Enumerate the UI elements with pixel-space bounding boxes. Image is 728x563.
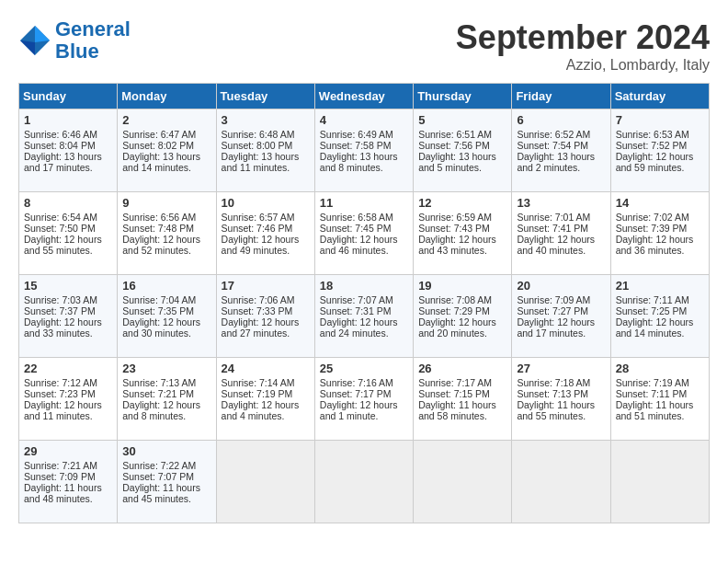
- day-number: 15: [24, 279, 112, 293]
- sunset-text: Sunset: 7:17 PM: [320, 388, 392, 399]
- col-saturday: Saturday: [610, 84, 709, 109]
- page-header: General Blue September 2024 Azzio, Lomba…: [18, 18, 710, 74]
- daylight-text: Daylight: 12 hours and 24 minutes.: [320, 316, 398, 339]
- calendar-cell: 18Sunrise: 7:07 AMSunset: 7:31 PMDayligh…: [314, 275, 413, 358]
- daylight-text: Daylight: 12 hours and 30 minutes.: [122, 316, 200, 339]
- calendar-cell: 28Sunrise: 7:19 AMSunset: 7:11 PMDayligh…: [610, 358, 709, 441]
- day-number: 1: [24, 113, 112, 127]
- calendar-week-row: 29Sunrise: 7:21 AMSunset: 7:09 PMDayligh…: [19, 441, 710, 523]
- sunset-text: Sunset: 7:07 PM: [122, 471, 194, 482]
- day-number: 22: [24, 362, 112, 375]
- location-subtitle: Azzio, Lombardy, Italy: [456, 57, 710, 74]
- day-number: 18: [320, 279, 408, 293]
- daylight-text: Daylight: 11 hours and 58 minutes.: [418, 399, 496, 421]
- calendar-cell: 9Sunrise: 6:56 AMSunset: 7:48 PMDaylight…: [118, 192, 216, 275]
- calendar-cell: 30Sunrise: 7:22 AMSunset: 7:07 PMDayligh…: [118, 441, 216, 523]
- day-number: 17: [222, 279, 310, 293]
- calendar-cell: 22Sunrise: 7:12 AMSunset: 7:23 PMDayligh…: [19, 358, 118, 441]
- day-number: 26: [418, 362, 506, 375]
- calendar-cell: 7Sunrise: 6:53 AMSunset: 7:52 PMDaylight…: [610, 109, 709, 192]
- sunrise-text: Sunrise: 7:13 AM: [122, 377, 196, 388]
- calendar-cell: 16Sunrise: 7:04 AMSunset: 7:35 PMDayligh…: [118, 275, 216, 358]
- sunset-text: Sunset: 7:48 PM: [122, 223, 194, 234]
- sunrise-text: Sunrise: 6:46 AM: [24, 129, 97, 140]
- day-number: 28: [616, 362, 704, 375]
- calendar-cell: 4Sunrise: 6:49 AMSunset: 7:58 PMDaylight…: [314, 109, 413, 192]
- calendar-cell: 19Sunrise: 7:08 AMSunset: 7:29 PMDayligh…: [414, 275, 512, 358]
- svg-marker-2: [20, 40, 35, 55]
- calendar-cell: 3Sunrise: 6:48 AMSunset: 8:00 PMDaylight…: [216, 109, 314, 192]
- daylight-text: Daylight: 13 hours and 14 minutes.: [122, 151, 200, 173]
- day-number: 5: [418, 113, 506, 127]
- sunset-text: Sunset: 7:39 PM: [616, 223, 688, 234]
- daylight-text: Daylight: 12 hours and 49 minutes.: [222, 234, 300, 256]
- sunset-text: Sunset: 7:41 PM: [517, 223, 588, 234]
- sunrise-text: Sunrise: 7:22 AM: [122, 460, 196, 471]
- logo-blue: Blue: [55, 40, 99, 63]
- daylight-text: Daylight: 13 hours and 8 minutes.: [320, 151, 398, 173]
- day-number: 24: [222, 362, 310, 375]
- daylight-text: Daylight: 12 hours and 52 minutes.: [122, 234, 200, 256]
- day-number: 2: [122, 113, 210, 127]
- calendar-cell: 23Sunrise: 7:13 AMSunset: 7:21 PMDayligh…: [118, 358, 216, 441]
- calendar-table: Sunday Monday Tuesday Wednesday Thursday…: [18, 83, 710, 523]
- daylight-text: Daylight: 11 hours and 51 minutes.: [616, 399, 694, 421]
- day-number: 9: [122, 196, 210, 210]
- col-sunday: Sunday: [19, 84, 118, 109]
- day-number: 29: [24, 444, 112, 458]
- calendar-cell: 20Sunrise: 7:09 AMSunset: 7:27 PMDayligh…: [512, 275, 610, 358]
- sunrise-text: Sunrise: 7:03 AM: [24, 294, 97, 305]
- calendar-week-row: 15Sunrise: 7:03 AMSunset: 7:37 PMDayligh…: [19, 275, 710, 358]
- sunrise-text: Sunrise: 7:19 AM: [616, 377, 689, 388]
- sunrise-text: Sunrise: 7:11 AM: [616, 294, 689, 305]
- day-number: 10: [222, 196, 310, 210]
- sunrise-text: Sunrise: 6:56 AM: [122, 212, 196, 223]
- calendar-cell: 10Sunrise: 6:57 AMSunset: 7:46 PMDayligh…: [216, 192, 314, 275]
- daylight-text: Daylight: 12 hours and 55 minutes.: [24, 234, 102, 256]
- logo: General Blue: [18, 18, 131, 63]
- logo-general: General: [55, 17, 131, 40]
- sunset-text: Sunset: 7:27 PM: [517, 305, 588, 316]
- calendar-cell: [314, 441, 413, 523]
- sunset-text: Sunset: 7:50 PM: [24, 223, 96, 234]
- sunset-text: Sunset: 8:04 PM: [24, 140, 96, 151]
- calendar-cell: 14Sunrise: 7:02 AMSunset: 7:39 PMDayligh…: [610, 192, 709, 275]
- day-number: 19: [418, 279, 506, 293]
- sunrise-text: Sunrise: 6:59 AM: [418, 212, 492, 223]
- sunset-text: Sunset: 7:23 PM: [24, 388, 96, 399]
- sunrise-text: Sunrise: 6:54 AM: [24, 212, 97, 223]
- calendar-week-row: 22Sunrise: 7:12 AMSunset: 7:23 PMDayligh…: [19, 358, 710, 441]
- daylight-text: Daylight: 12 hours and 36 minutes.: [616, 234, 694, 256]
- sunrise-text: Sunrise: 7:18 AM: [517, 377, 590, 388]
- sunset-text: Sunset: 7:56 PM: [418, 140, 490, 151]
- daylight-text: Daylight: 13 hours and 5 minutes.: [418, 151, 496, 173]
- calendar-cell: 25Sunrise: 7:16 AMSunset: 7:17 PMDayligh…: [314, 358, 413, 441]
- daylight-text: Daylight: 12 hours and 59 minutes.: [616, 151, 694, 173]
- sunrise-text: Sunrise: 7:07 AM: [320, 294, 393, 305]
- calendar-cell: 21Sunrise: 7:11 AMSunset: 7:25 PMDayligh…: [610, 275, 709, 358]
- daylight-text: Daylight: 11 hours and 48 minutes.: [24, 482, 102, 504]
- sunset-text: Sunset: 7:11 PM: [616, 388, 688, 399]
- sunset-text: Sunset: 8:00 PM: [222, 140, 293, 151]
- sunset-text: Sunset: 7:21 PM: [122, 388, 194, 399]
- daylight-text: Daylight: 11 hours and 55 minutes.: [517, 399, 595, 421]
- sunset-text: Sunset: 7:13 PM: [517, 388, 588, 399]
- title-block: September 2024 Azzio, Lombardy, Italy: [456, 18, 710, 74]
- sunset-text: Sunset: 7:52 PM: [616, 140, 688, 151]
- col-monday: Monday: [118, 84, 216, 109]
- calendar-cell: [512, 441, 610, 523]
- daylight-text: Daylight: 13 hours and 2 minutes.: [517, 151, 595, 173]
- daylight-text: Daylight: 12 hours and 33 minutes.: [24, 316, 102, 339]
- logo-text: General Blue: [55, 18, 131, 63]
- calendar-cell: 24Sunrise: 7:14 AMSunset: 7:19 PMDayligh…: [216, 358, 314, 441]
- calendar-week-row: 1Sunrise: 6:46 AMSunset: 8:04 PMDaylight…: [19, 109, 710, 192]
- daylight-text: Daylight: 11 hours and 45 minutes.: [122, 482, 200, 504]
- daylight-text: Daylight: 13 hours and 11 minutes.: [222, 151, 300, 173]
- col-friday: Friday: [512, 84, 610, 109]
- calendar-cell: 12Sunrise: 6:59 AMSunset: 7:43 PMDayligh…: [414, 192, 512, 275]
- month-year-title: September 2024: [456, 18, 710, 57]
- sunrise-text: Sunrise: 7:01 AM: [517, 212, 590, 223]
- daylight-text: Daylight: 12 hours and 40 minutes.: [517, 234, 595, 256]
- sunset-text: Sunset: 7:33 PM: [222, 305, 293, 316]
- sunrise-text: Sunrise: 6:53 AM: [616, 129, 689, 140]
